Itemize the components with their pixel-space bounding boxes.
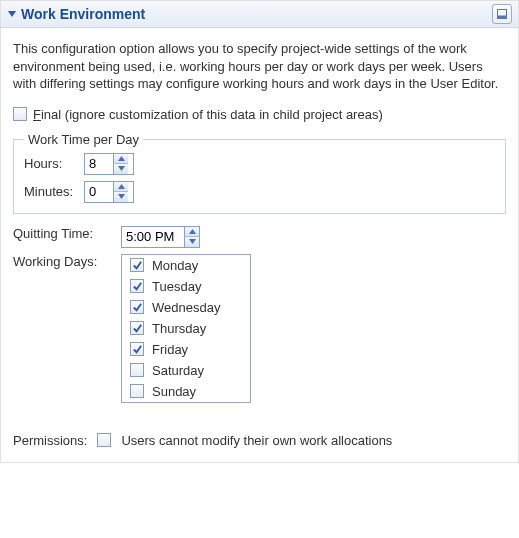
day-item-tuesday[interactable]: Tuesday <box>122 276 250 297</box>
day-item-saturday[interactable]: Saturday <box>122 360 250 381</box>
working-days-list: MondayTuesdayWednesdayThursdayFridaySatu… <box>121 254 251 403</box>
panel-body: This configuration option allows you to … <box>1 28 518 462</box>
working-days-row: Working Days: MondayTuesdayWednesdayThur… <box>13 254 506 403</box>
work-time-fieldset: Work Time per Day Hours: Minutes: <box>13 132 506 214</box>
svg-marker-5 <box>118 184 125 189</box>
day-checkbox-sunday[interactable] <box>130 384 144 398</box>
day-item-thursday[interactable]: Thursday <box>122 318 250 339</box>
hours-input[interactable] <box>85 154 113 174</box>
panel-title: Work Environment <box>21 6 488 22</box>
quitting-time-spinner[interactable] <box>121 226 200 248</box>
day-label: Wednesday <box>152 300 220 315</box>
day-label: Thursday <box>152 321 206 336</box>
work-time-legend: Work Time per Day <box>24 132 143 147</box>
final-checkbox-label: Final (ignore customization of this data… <box>33 107 383 122</box>
permissions-option-label: Users cannot modify their own work alloc… <box>121 433 392 448</box>
svg-marker-3 <box>118 156 125 161</box>
final-checkbox-row: Final (ignore customization of this data… <box>13 107 506 122</box>
day-label: Monday <box>152 258 198 273</box>
panel-header: Work Environment <box>1 1 518 28</box>
svg-marker-0 <box>8 11 16 17</box>
svg-rect-2 <box>498 16 507 19</box>
hours-spinner[interactable] <box>84 153 134 175</box>
day-item-monday[interactable]: Monday <box>122 255 250 276</box>
hours-label: Hours: <box>24 156 84 171</box>
permissions-row: Permissions: Users cannot modify their o… <box>13 433 506 448</box>
minutes-input[interactable] <box>85 182 113 202</box>
svg-marker-4 <box>118 166 125 171</box>
quitting-time-input[interactable] <box>122 227 184 247</box>
final-hotkey: F <box>33 107 41 122</box>
quitting-time-spin-buttons <box>184 227 199 247</box>
restore-defaults-button[interactable] <box>492 4 512 24</box>
day-label: Friday <box>152 342 188 357</box>
day-item-friday[interactable]: Friday <box>122 339 250 360</box>
day-checkbox-saturday[interactable] <box>130 363 144 377</box>
final-checkbox[interactable] <box>13 107 27 121</box>
hours-up-button[interactable] <box>114 154 128 164</box>
hours-down-button[interactable] <box>114 163 128 174</box>
day-item-sunday[interactable]: Sunday <box>122 381 250 402</box>
hours-spin-buttons <box>113 154 128 174</box>
svg-marker-6 <box>118 194 125 199</box>
description-text: This configuration option allows you to … <box>13 40 506 93</box>
minutes-spin-buttons <box>113 182 128 202</box>
day-checkbox-wednesday[interactable] <box>130 300 144 314</box>
work-environment-panel: Work Environment This configuration opti… <box>0 0 519 463</box>
day-item-wednesday[interactable]: Wednesday <box>122 297 250 318</box>
day-checkbox-friday[interactable] <box>130 342 144 356</box>
minutes-label: Minutes: <box>24 184 84 199</box>
collapse-icon[interactable] <box>7 9 17 19</box>
quitting-time-row: Quitting Time: <box>13 226 506 248</box>
quitting-time-up-button[interactable] <box>185 227 199 237</box>
working-days-label: Working Days: <box>13 254 113 269</box>
minutes-down-button[interactable] <box>114 191 128 202</box>
quitting-time-down-button[interactable] <box>185 236 199 247</box>
minutes-up-button[interactable] <box>114 182 128 192</box>
svg-marker-7 <box>189 229 196 234</box>
day-label: Sunday <box>152 384 196 399</box>
day-checkbox-tuesday[interactable] <box>130 279 144 293</box>
permissions-checkbox[interactable] <box>97 433 111 447</box>
permissions-label: Permissions: <box>13 433 87 448</box>
day-label: Saturday <box>152 363 204 378</box>
day-label: Tuesday <box>152 279 201 294</box>
svg-marker-8 <box>189 239 196 244</box>
quitting-time-label: Quitting Time: <box>13 226 113 241</box>
final-label-rest: inal (ignore customization of this data … <box>41 107 383 122</box>
day-checkbox-thursday[interactable] <box>130 321 144 335</box>
minutes-spinner[interactable] <box>84 181 134 203</box>
day-checkbox-monday[interactable] <box>130 258 144 272</box>
